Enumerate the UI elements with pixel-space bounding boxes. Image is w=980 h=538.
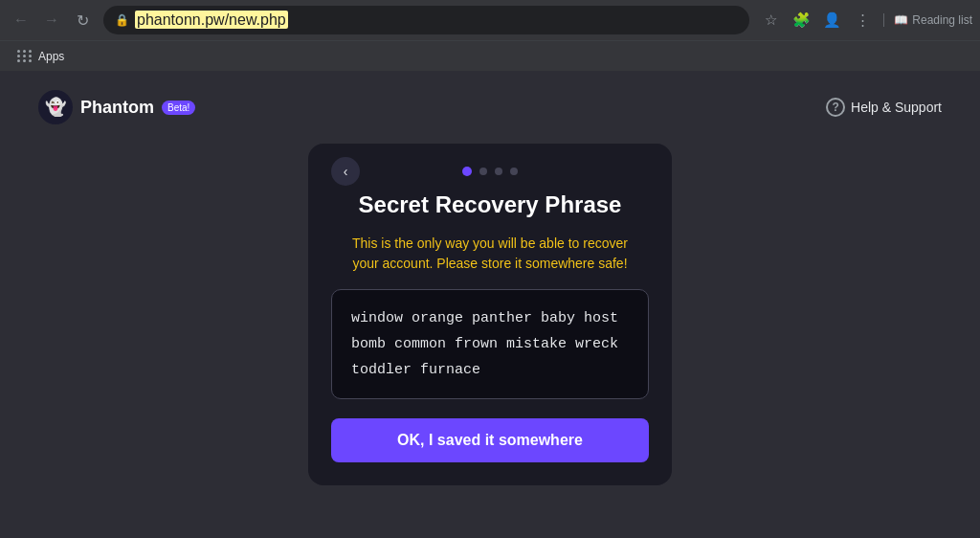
- help-question-icon: ?: [826, 98, 845, 117]
- lock-icon: 🔒: [115, 13, 129, 27]
- phrase-box: window orange panther baby host bomb com…: [331, 289, 649, 399]
- page-header: 👻 Phantom Beta! ? Help & Support: [0, 71, 980, 144]
- profile-button[interactable]: 👤: [818, 7, 845, 34]
- apps-grid-icon: [17, 50, 33, 62]
- back-chevron-icon: ‹: [344, 164, 348, 179]
- bookmark-star-button[interactable]: ☆: [757, 7, 784, 34]
- card-nav: ‹: [331, 167, 649, 176]
- beta-badge: Beta!: [162, 101, 195, 115]
- card-back-button[interactable]: ‹: [331, 157, 360, 186]
- logo-area: 👻 Phantom Beta!: [38, 90, 195, 124]
- card-title: Secret Recovery Phrase: [359, 191, 622, 218]
- bookmarks-bar: Apps: [0, 40, 980, 71]
- dot-3: [495, 168, 502, 175]
- back-button[interactable]: ←: [8, 7, 34, 34]
- dot-4: [510, 168, 518, 175]
- extensions-button[interactable]: 🧩: [788, 7, 814, 34]
- card-subtitle: This is the only way you will be able to…: [352, 234, 628, 274]
- dot-1: [462, 167, 472, 176]
- url-highlighted[interactable]: phantonn.pw/new.php: [135, 11, 288, 29]
- forward-button[interactable]: →: [38, 7, 65, 34]
- address-url: phantonn.pw/new.php: [135, 11, 288, 29]
- apps-button[interactable]: Apps: [11, 46, 70, 67]
- help-support-link[interactable]: ? Help & Support: [826, 98, 942, 117]
- browser-toolbar: ← → ↻ 🔒 phantonn.pw/new.php ☆ 🧩 👤 ⋮ 📖 Re…: [0, 0, 980, 40]
- address-bar: 🔒 phantonn.pw/new.php: [103, 6, 749, 34]
- logo-name: Phantom: [80, 98, 154, 118]
- dot-2: [479, 168, 487, 175]
- ghost-icon: 👻: [45, 97, 66, 118]
- nav-buttons: ← → ↻: [8, 7, 96, 34]
- help-support-label: Help & Support: [851, 100, 942, 115]
- ok-saved-button[interactable]: OK, I saved it somewhere: [331, 418, 649, 462]
- page-content: 👻 Phantom Beta! ? Help & Support ‹ Secre…: [0, 71, 980, 538]
- reading-list-label[interactable]: Reading list: [912, 13, 972, 27]
- toolbar-actions: ☆ 🧩 👤 ⋮: [757, 7, 876, 34]
- card-dots: [462, 167, 518, 176]
- more-button[interactable]: ⋮: [849, 7, 876, 34]
- browser-chrome: ← → ↻ 🔒 phantonn.pw/new.php ☆ 🧩 👤 ⋮ 📖 Re…: [0, 0, 980, 71]
- main-card: ‹ Secret Recovery Phrase This is the onl…: [308, 144, 672, 485]
- recovery-phrase-text: window orange panther baby host bomb com…: [351, 305, 629, 383]
- reading-list-icon: 📖: [894, 13, 908, 27]
- apps-label: Apps: [38, 50, 64, 63]
- phantom-logo-icon: 👻: [38, 90, 73, 124]
- reload-button[interactable]: ↻: [69, 7, 96, 34]
- reading-list-area: 📖 Reading list: [883, 13, 972, 27]
